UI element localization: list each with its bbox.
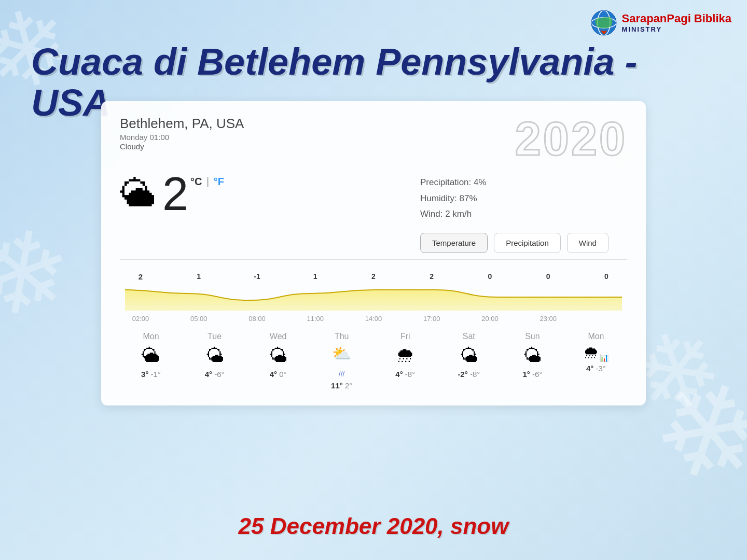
temp-val-5: 2 <box>416 272 447 281</box>
weather-details: Precipitation: 4% Humidity: 87% Wind: 2 … <box>420 175 627 222</box>
forecast-temps-thu: 11° 2° <box>331 381 352 390</box>
forecast-day-thu: Thu ⛅/// 11° 2° <box>316 332 368 390</box>
forecast-day-name: Sun <box>525 332 540 341</box>
forecast-day-sun: Sun 🌤 1° -6° <box>506 332 558 390</box>
temp-val-1: 1 <box>183 272 214 281</box>
forecast-temps-wed: 4° 0° <box>270 370 287 379</box>
forecast-day-name: Sat <box>463 332 475 341</box>
temp-values-row: 2 1 -1 1 2 2 0 0 0 <box>120 272 627 281</box>
time-label-6: 20:00 <box>475 315 506 323</box>
forecast-icon-tue: 🌤 <box>205 344 224 367</box>
forecast-day-name: Mon <box>588 332 604 341</box>
forecast-temps-sun: 1° -6° <box>522 370 542 379</box>
celsius-unit[interactable]: °C <box>190 176 202 187</box>
temp-val-3: 1 <box>300 272 331 281</box>
time-label-1: 05:00 <box>183 315 214 323</box>
forecast-row: Mon 🌥 3° -1° Tue 🌤 4° -6° Wed 🌤 4° 0° Th… <box>120 332 627 390</box>
logo-area: SarapanPagi Biblika MINISTRY <box>590 9 731 36</box>
chart-divider <box>120 259 627 260</box>
forecast-temps-mon2: 4° -3° <box>586 364 606 373</box>
location-condition: Cloudy <box>120 142 244 151</box>
fahrenheit-unit[interactable]: °F <box>214 176 224 187</box>
unit-separator: | <box>206 176 209 187</box>
temp-val-0: 2 <box>125 272 156 281</box>
precipitation-label: Precipitation: 4% <box>420 175 627 191</box>
temp-val-7: 0 <box>533 272 564 281</box>
forecast-day-name: Mon <box>143 332 159 341</box>
forecast-day-name: Fri <box>400 332 410 341</box>
wind-label: Wind: 2 km/h <box>420 206 627 222</box>
time-label-4: 14:00 <box>358 315 389 323</box>
forecast-icon-thu: ⛅/// <box>332 344 351 380</box>
temp-val-8: 0 <box>591 272 622 281</box>
temperature-units: °C | °F <box>190 176 224 188</box>
card-header: Bethlehem, PA, USA Monday 01:00 Cloudy 2… <box>120 116 627 162</box>
forecast-day-wed: Wed 🌤 4° 0° <box>252 332 304 390</box>
precipitation-button[interactable]: Precipitation <box>494 233 561 253</box>
time-label-8 <box>591 315 622 323</box>
time-label-5: 17:00 <box>416 315 447 323</box>
chart-container <box>125 282 622 311</box>
forecast-day-sat: Sat 🌤 -2° -8° <box>443 332 495 390</box>
forecast-day-tue: Tue 🌤 4° -6° <box>189 332 241 390</box>
forecast-icon-fri: 🌨 <box>396 344 414 367</box>
forecast-temps-mon1: 3° -1° <box>141 370 161 379</box>
temp-val-2: -1 <box>242 272 273 281</box>
weather-card: Bethlehem, PA, USA Monday 01:00 Cloudy 2… <box>101 101 646 405</box>
chart-svg <box>125 282 622 311</box>
forecast-day-name: Thu <box>335 332 349 341</box>
forecast-day-mon2: Mon 🌨📊 4° -3° <box>570 332 622 390</box>
globe-icon <box>590 9 617 36</box>
time-label-7: 23:00 <box>533 315 564 323</box>
forecast-icon-mon1: 🌥 <box>142 344 160 367</box>
current-weather-icon: 🌥 <box>120 173 156 215</box>
year-display: 2020 <box>515 116 627 162</box>
forecast-icon-mon2: 🌨📊 <box>583 344 608 362</box>
forecast-day-mon1: Mon 🌥 3° -1° <box>125 332 177 390</box>
time-labels-row: 02:00 05:00 08:00 11:00 14:00 17:00 20:0… <box>120 315 627 323</box>
forecast-icon-sun: 🌤 <box>523 344 542 367</box>
wind-button[interactable]: Wind <box>567 233 608 253</box>
temperature-value: 2 <box>162 171 188 217</box>
temp-val-4: 2 <box>358 272 389 281</box>
forecast-icon-wed: 🌤 <box>269 344 287 367</box>
time-label-0: 02:00 <box>125 315 156 323</box>
time-label-2: 08:00 <box>242 315 273 323</box>
footer-text: 25 December 2020, snow <box>0 513 747 539</box>
brand-name: SarapanPagi Biblika <box>621 12 731 25</box>
forecast-day-name: Tue <box>208 332 222 341</box>
logo-text: SarapanPagi Biblika MINISTRY <box>621 12 731 33</box>
temperature-chart-section: 2 1 -1 1 2 2 0 0 0 <box>120 272 627 323</box>
location-name: Bethlehem, PA, USA <box>120 116 244 132</box>
forecast-temps-fri: 4° -8° <box>395 370 415 379</box>
metric-buttons: Temperature Precipitation Wind <box>420 233 627 253</box>
forecast-temps-sat: -2° -8° <box>458 370 480 379</box>
humidity-label: Humidity: 87% <box>420 191 627 207</box>
forecast-temps-tue: 4° -6° <box>205 370 225 379</box>
snowflake-icon: ❄ <box>0 200 80 347</box>
temperature-button[interactable]: Temperature <box>420 233 488 253</box>
time-label-3: 11:00 <box>300 315 331 323</box>
temp-val-6: 0 <box>475 272 506 281</box>
forecast-icon-sat: 🌤 <box>460 344 478 367</box>
forecast-day-name: Wed <box>270 332 287 341</box>
location-time: Monday 01:00 <box>120 133 244 142</box>
forecast-day-fri: Fri 🌨 4° -8° <box>379 332 431 390</box>
location-info: Bethlehem, PA, USA Monday 01:00 Cloudy <box>120 116 244 151</box>
weather-right-panel: Precipitation: 4% Humidity: 87% Wind: 2 … <box>368 171 627 253</box>
ministry-label: MINISTRY <box>621 25 662 33</box>
current-temp-section: 🌥 2 °C | °F <box>120 171 368 217</box>
